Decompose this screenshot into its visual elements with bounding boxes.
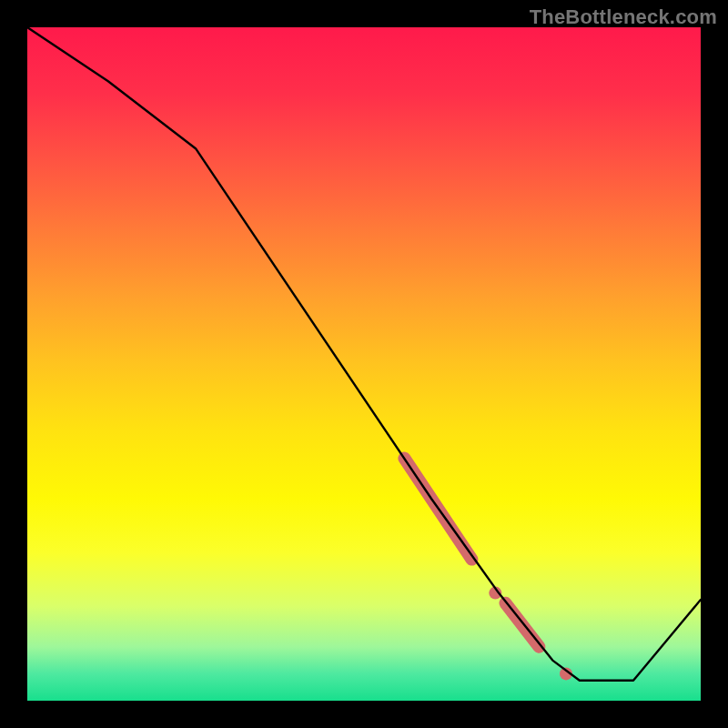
chart-frame: TheBottleneck.com <box>0 0 728 728</box>
gradient-background <box>27 27 701 701</box>
bottleneck-chart <box>27 27 701 701</box>
plot-area <box>27 27 701 701</box>
watermark-text: TheBottleneck.com <box>530 5 717 29</box>
